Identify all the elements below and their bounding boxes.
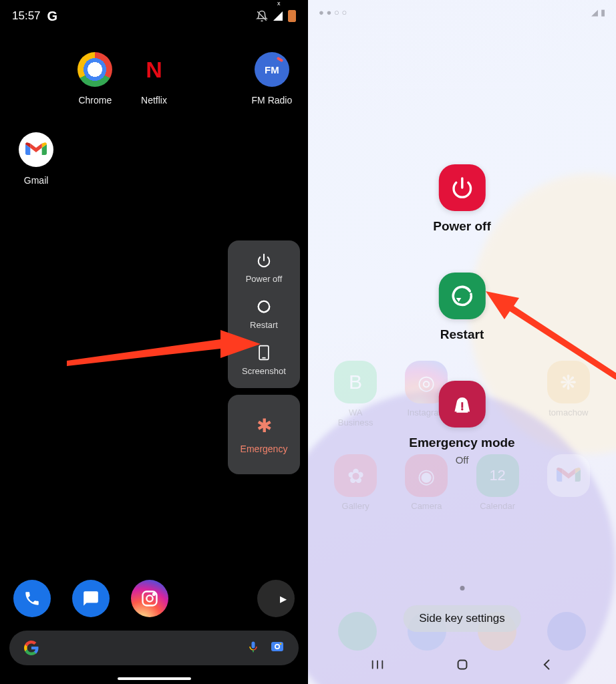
back-button[interactable] xyxy=(537,655,557,675)
dnd-off-icon xyxy=(256,10,268,22)
status-bar: 15:57 G x xyxy=(0,0,308,32)
side-key-settings-button[interactable]: Side key settings xyxy=(403,605,521,632)
svg-marker-15 xyxy=(456,298,462,302)
gesture-nav-pill[interactable] xyxy=(118,677,191,680)
google-icon: G xyxy=(47,9,58,24)
power-off-button[interactable]: Power off xyxy=(433,164,491,234)
power-icon xyxy=(256,252,272,269)
svg-point-18 xyxy=(461,408,463,410)
samsung-power-menu: Power off Restart Emergency mode Off xyxy=(409,164,514,466)
power-icon xyxy=(439,164,486,211)
emergency-mode-button[interactable]: Emergency mode Off xyxy=(409,381,514,466)
battery-icon xyxy=(288,10,296,22)
svg-rect-8 xyxy=(253,650,254,652)
svg-rect-16 xyxy=(456,411,468,413)
instagram-app[interactable] xyxy=(131,580,168,617)
screenshot-icon xyxy=(256,345,272,361)
svg-rect-17 xyxy=(461,402,463,408)
power-off-label: Power off xyxy=(433,219,491,234)
restart-icon xyxy=(439,273,486,319)
dock: ▸ xyxy=(0,580,308,617)
screenshot-label: Screenshot xyxy=(242,366,286,376)
app-drawer-button[interactable]: ▸ xyxy=(257,580,295,617)
svg-rect-22 xyxy=(458,661,466,669)
app-label: Gmail xyxy=(9,175,63,186)
app-gmail[interactable]: Gmail xyxy=(9,132,63,212)
app-label: Netflix xyxy=(127,95,180,106)
netflix-icon: N xyxy=(136,52,171,87)
app-chrome[interactable]: Chrome xyxy=(68,52,122,132)
power-menu: Power off Restart Screenshot ✱ Emergency xyxy=(228,240,300,474)
lens-icon[interactable] xyxy=(269,639,285,657)
status-bar-right: ● ● ○ ○◢ ▮ xyxy=(308,0,616,24)
app-label: FM Radio xyxy=(245,95,299,106)
signal-icon: x xyxy=(273,11,283,21)
phone-left-screenshot: 15:57 G x Chrome N Netflix FM FM Radio G… xyxy=(0,0,308,684)
google-search-bar[interactable] xyxy=(9,631,299,665)
emergency-icon xyxy=(439,381,486,428)
svg-point-5 xyxy=(146,595,152,601)
phone-app[interactable] xyxy=(13,580,51,617)
emergency-button[interactable]: ✱ Emergency xyxy=(228,395,300,474)
fmradio-icon: FM xyxy=(255,52,289,87)
home-app-grid: Chrome N Netflix FM FM Radio Gmail xyxy=(0,32,308,212)
power-off-label: Power off xyxy=(246,274,283,284)
google-g-icon xyxy=(23,639,40,657)
app-label: Chrome xyxy=(68,95,122,106)
status-time: 15:57 xyxy=(12,9,41,23)
messages-app[interactable] xyxy=(72,580,110,617)
emergency-sublabel: Off xyxy=(456,454,469,466)
home-button[interactable] xyxy=(452,655,472,675)
app-netflix[interactable]: N Netflix xyxy=(127,52,180,132)
svg-point-6 xyxy=(153,593,155,595)
power-off-button[interactable]: Power off xyxy=(246,252,283,284)
nav-bar xyxy=(308,655,616,675)
page-indicator xyxy=(460,586,464,590)
svg-point-12 xyxy=(280,643,282,645)
side-key-label: Side key settings xyxy=(419,612,505,625)
power-menu-card: Power off Restart Screenshot xyxy=(228,240,300,388)
mic-icon[interactable] xyxy=(247,639,260,657)
restart-icon xyxy=(256,299,272,315)
gmail-icon xyxy=(19,132,53,167)
restart-button[interactable]: Restart xyxy=(439,273,486,342)
recents-button[interactable] xyxy=(367,655,388,675)
chrome-icon xyxy=(78,52,112,87)
restart-button[interactable]: Restart xyxy=(250,299,278,330)
status-icons: x xyxy=(256,10,296,22)
app-fmradio[interactable]: FM FM Radio xyxy=(245,52,299,132)
phone-right-screenshot: BWA Business ◎Instagram ❋tomachow ✿Galle… xyxy=(308,0,616,684)
emergency-label: Emergency xyxy=(241,444,288,454)
svg-point-11 xyxy=(276,645,279,649)
restart-label: Restart xyxy=(250,320,278,330)
emergency-icon: ✱ xyxy=(257,415,272,437)
emergency-label: Emergency mode xyxy=(409,436,514,450)
screenshot-button[interactable]: Screenshot xyxy=(242,345,286,376)
restart-label: Restart xyxy=(440,327,484,342)
